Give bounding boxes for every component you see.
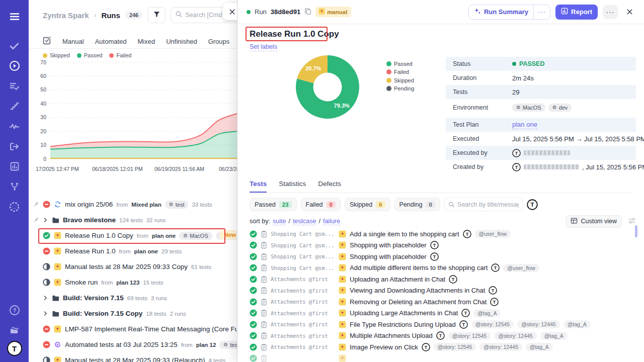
donut-legend-item: Failed bbox=[386, 69, 414, 76]
details-label: Environment bbox=[453, 104, 512, 111]
copy-icon[interactable] bbox=[304, 8, 311, 17]
filter-chip-passed[interactable]: Passed23 bbox=[250, 198, 297, 211]
run-row[interactable]: Automated tests at 03 Jul 2025 13:25from… bbox=[29, 337, 237, 352]
svg-text:10: 10 bbox=[40, 142, 46, 148]
detail-tab-defects[interactable]: Defects bbox=[318, 180, 341, 193]
close-detail-icon[interactable] bbox=[623, 6, 636, 19]
tab-unfinished[interactable]: Unfinished bbox=[166, 38, 197, 45]
set-labels-link[interactable]: Set labels bbox=[250, 43, 277, 51]
test-tag: @user_flow bbox=[475, 230, 511, 238]
status-passed-icon bbox=[250, 241, 257, 249]
checks-icon[interactable] bbox=[5, 36, 24, 55]
run-from-plan: Mixed plan bbox=[131, 202, 161, 208]
test-row[interactable]: Shopping Cart @sm...Shopping with placeh… bbox=[250, 240, 639, 251]
custom-view-button[interactable]: Custom view bbox=[566, 215, 622, 228]
test-row[interactable]: Attachments @firstFile Type Restrictions… bbox=[250, 319, 639, 330]
tab-manual[interactable]: Manual bbox=[62, 38, 84, 45]
run-summary-more-button[interactable]: ··· bbox=[533, 5, 550, 19]
test-row[interactable]: Shopping Cart @sm...Add multiple differe… bbox=[250, 262, 639, 274]
run-row[interactable]: Smoke runfromplan 12315 tests bbox=[29, 275, 237, 290]
runs-icon[interactable] bbox=[5, 56, 24, 75]
tab-groups[interactable]: Groups bbox=[208, 38, 230, 45]
status-progress-icon bbox=[43, 356, 50, 362]
run-row[interactable]: mix origin 25/06fromMixed plan⚙test33 te… bbox=[29, 197, 237, 212]
test-row[interactable]: Attachments @firstUploading Large Attach… bbox=[250, 308, 639, 319]
more-actions-button[interactable]: ··· bbox=[603, 5, 618, 19]
run-type-manual-icon bbox=[54, 279, 61, 286]
select-runs-icon[interactable] bbox=[43, 36, 51, 47]
settings-icon[interactable] bbox=[5, 197, 24, 216]
run-title: Manual tests at 28 Mar 2025 09:33 (Relau… bbox=[65, 356, 205, 362]
integrations-icon[interactable] bbox=[5, 177, 24, 196]
test-row[interactable]: Attachments @firstImage Preview on Click… bbox=[250, 341, 639, 353]
run-group-row[interactable]: Bravo milestone124 tests32 runs bbox=[29, 212, 237, 228]
test-row[interactable]: Shopping Cart @sm...Shopping with placeh… bbox=[250, 251, 639, 262]
test-tag: @story: 12545 bbox=[471, 320, 514, 328]
clipboard-icon bbox=[261, 264, 267, 272]
folder-icon bbox=[52, 310, 59, 317]
test-cases-icon[interactable] bbox=[5, 76, 24, 96]
env-badge-label: MacOS bbox=[523, 105, 541, 111]
run-title: Release Run 1.0 Copy bbox=[250, 29, 339, 39]
breadcrumb-separator: › bbox=[94, 11, 97, 19]
tab-mixed[interactable]: Mixed bbox=[138, 38, 155, 45]
filter-button[interactable] bbox=[147, 7, 166, 23]
sort-link-testcase[interactable]: testcase bbox=[293, 218, 316, 225]
sliders-icon[interactable] bbox=[628, 217, 636, 226]
assignee-avatar-icon: T bbox=[527, 199, 538, 210]
detail-tab-statistics[interactable]: Statistics bbox=[279, 180, 306, 193]
tests-scrollbar[interactable] bbox=[635, 225, 637, 237]
gear-icon: ⚙ bbox=[183, 233, 188, 238]
custom-view-label: Custom view bbox=[581, 218, 617, 225]
env-badge-label: test bbox=[176, 202, 185, 208]
svg-text:20.7%: 20.7% bbox=[305, 65, 321, 71]
sort-link-suite[interactable]: suite bbox=[273, 218, 286, 225]
run-row[interactable]: Release Run 1.0fromplan one29 tests bbox=[29, 243, 237, 259]
run-group-row[interactable]: Build: Version 7.1569 tests3 runs bbox=[29, 290, 237, 306]
run-summary-button[interactable]: Run Summary ··· bbox=[468, 5, 550, 20]
help-icon[interactable]: ? bbox=[5, 301, 24, 320]
run-from-label: from bbox=[101, 280, 113, 286]
svg-text:T: T bbox=[433, 243, 436, 248]
breadcrumb-project[interactable]: Zyntra Spark bbox=[43, 11, 89, 20]
test-tag: @story: 12445 bbox=[517, 320, 559, 328]
user-avatar[interactable]: T bbox=[7, 341, 22, 356]
tests-search-input[interactable] bbox=[457, 201, 519, 208]
activity-icon[interactable] bbox=[5, 117, 24, 136]
status-filters: Passed23Failed0Skipped6Pending0T bbox=[250, 198, 538, 211]
detail-tab-tests[interactable]: Tests bbox=[250, 180, 267, 193]
report-button[interactable]: Report bbox=[555, 5, 598, 20]
filter-chip-failed[interactable]: Failed0 bbox=[301, 198, 341, 211]
run-group-title: Build: Version 7.15 bbox=[63, 294, 124, 302]
sign-in-icon[interactable] bbox=[5, 137, 24, 156]
menu-icon[interactable] bbox=[5, 7, 24, 26]
test-plan-link[interactable]: plan one bbox=[512, 121, 537, 129]
test-row[interactable]: Attachments @firstRemoving or Deleting a… bbox=[250, 296, 639, 308]
test-row[interactable]: Attachments @firstUploading an Attachmen… bbox=[250, 274, 639, 285]
test-row[interactable]: Attachments @firstMultiple Attachments U… bbox=[250, 330, 639, 342]
assignee-avatar-icon: T bbox=[436, 331, 445, 340]
sort-link-failure[interactable]: failure bbox=[323, 218, 340, 225]
svg-text:T: T bbox=[515, 150, 518, 155]
run-row[interactable]: Manual tests at 28 Mar 2025 09:33 (Relau… bbox=[29, 352, 237, 362]
reports-icon[interactable] bbox=[5, 157, 24, 176]
env-badge: ⚙MacOS bbox=[179, 232, 212, 240]
gear-icon: ⚙ bbox=[516, 105, 521, 110]
filter-chip-pending[interactable]: Pending0 bbox=[394, 198, 440, 211]
svg-text:40: 40 bbox=[40, 101, 46, 107]
donut-legend-dot bbox=[386, 69, 391, 74]
panel-close-button[interactable] bbox=[223, 3, 237, 20]
test-row[interactable]: Attachments @firstViewing and Downloadin… bbox=[250, 285, 639, 297]
steps-icon[interactable] bbox=[5, 97, 24, 116]
filter-chip-skipped[interactable]: Skipped6 bbox=[345, 198, 390, 211]
runs-search-input[interactable] bbox=[185, 12, 225, 19]
test-row[interactable]: Shopping Cart @sm...Add a single item to… bbox=[250, 228, 639, 240]
run-row[interactable]: Manual tests at 28 Mar 2025 09:33 Copy61… bbox=[29, 259, 237, 275]
run-row[interactable]: Release Run 1.0 Copyfromplan one⚙MacOS⚙d… bbox=[29, 228, 237, 243]
manual-test-icon bbox=[339, 298, 346, 306]
run-group-row[interactable]: Build: Version 7.15 Copy18 tests2 runs bbox=[29, 306, 237, 321]
run-row[interactable]: LMP-587 Implement Real-Time Chat Messagi… bbox=[29, 321, 237, 337]
test-row[interactable] bbox=[250, 353, 639, 362]
projects-icon[interactable] bbox=[5, 321, 24, 340]
tab-automated[interactable]: Automated bbox=[95, 38, 127, 45]
